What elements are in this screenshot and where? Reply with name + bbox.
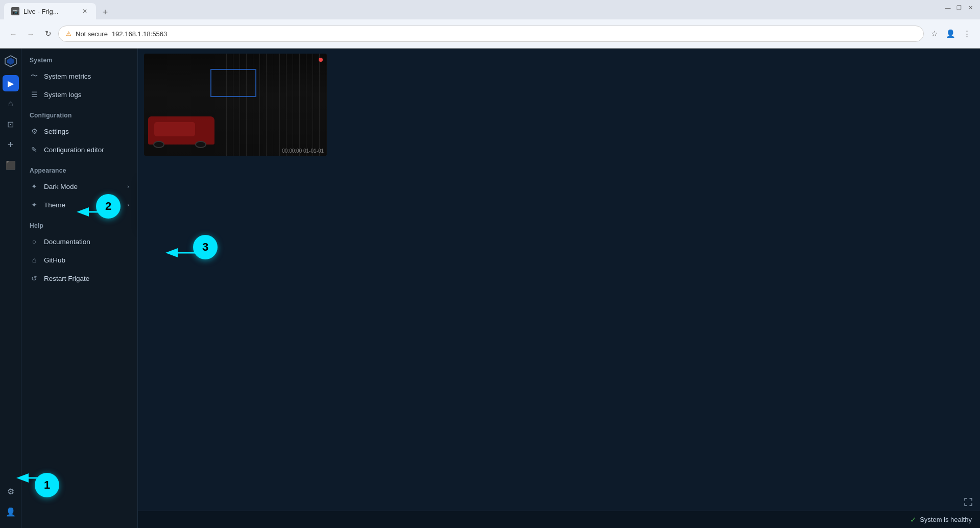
camera-timestamp: 00:00:00 01-01-01: [282, 148, 324, 154]
status-bar: ✓ System is healthy: [138, 511, 980, 528]
logs-label: System logs: [44, 91, 82, 99]
theme-arrow: ›: [127, 202, 129, 208]
camera-thumbnail: 00:00:00 01-01-01: [144, 54, 327, 156]
sidebar-icon-camera[interactable]: ▶: [3, 75, 19, 91]
settings-label: Settings: [44, 128, 69, 135]
new-tab-button[interactable]: +: [98, 5, 112, 19]
config-editor-label: Configuration editor: [44, 146, 104, 154]
menu-item-settings[interactable]: ⚙ Settings: [21, 122, 137, 140]
theme-icon: ✦: [30, 200, 39, 209]
menu-item-system-logs[interactable]: ☰ System logs: [21, 85, 137, 104]
menu-item-restart[interactable]: ↺ Restart Frigate: [21, 269, 137, 287]
back-button[interactable]: ←: [6, 27, 20, 41]
menu-item-dark-mode[interactable]: ✦ Dark Mode › Light 🌙 Dark System: [21, 177, 137, 196]
sidebar-icon-add[interactable]: +: [3, 136, 19, 153]
system-section-title: System: [21, 49, 137, 67]
recording-dot: [319, 58, 323, 62]
metrics-label: System metrics: [44, 73, 91, 80]
add-symbol: +: [8, 139, 14, 151]
snapshots-symbol: ⊡: [7, 119, 14, 129]
annotation-badge-2: 2: [96, 194, 121, 219]
tab-bar: 📷 Live - Frig... ✕ +: [0, 0, 980, 19]
tab-close-button[interactable]: ✕: [81, 7, 89, 15]
user-symbol: 👤: [6, 507, 16, 517]
sidebar-bottom: ⚙ 👤: [3, 483, 19, 523]
healthy-text: System is healthy: [920, 516, 972, 523]
annotation-badge-3: 3: [193, 235, 218, 259]
metrics-icon: 〜: [30, 71, 39, 81]
docs-icon: ○: [30, 237, 39, 246]
menu-button[interactable]: ⋮: [960, 27, 974, 41]
export-symbol: ⬛: [6, 160, 16, 170]
url-display: 192.168.1.18:5563: [112, 30, 167, 38]
active-tab[interactable]: 📷 Live - Frig... ✕: [4, 3, 96, 19]
minimize-button[interactable]: —: [944, 4, 951, 11]
close-button[interactable]: ✕: [967, 4, 974, 11]
github-label: GitHub: [44, 256, 65, 264]
profile-button[interactable]: 👤: [943, 27, 958, 41]
theme-label: Theme: [44, 201, 65, 209]
config-editor-icon: ✎: [30, 145, 39, 154]
annotation-badge-1: 1: [35, 473, 59, 497]
forward-button[interactable]: →: [23, 27, 38, 41]
settings-symbol: ⚙: [7, 487, 14, 496]
address-bar[interactable]: ⚠ Not secure 192.168.1.18:5563: [58, 26, 924, 42]
sidebar-menu: System 〜 System metrics ☰ System logs Co…: [21, 49, 138, 528]
github-icon: ⌂: [30, 255, 39, 265]
sidebar-icon-home[interactable]: ⌂: [3, 95, 19, 112]
sidebar-icon-user[interactable]: 👤: [3, 503, 19, 520]
bookmark-button[interactable]: ☆: [927, 27, 941, 41]
appearance-section-title: Appearance: [21, 159, 137, 177]
nav-bar: ← → ↻ ⚠ Not secure 192.168.1.18:5563 ☆ 👤…: [0, 19, 980, 49]
tab-title: Live - Frig...: [23, 8, 59, 15]
fullscreen-button[interactable]: [963, 496, 974, 508]
menu-item-documentation[interactable]: ○ Documentation: [21, 232, 137, 251]
sidebar-icon-settings[interactable]: ⚙: [3, 483, 19, 499]
dark-mode-arrow: ›: [127, 183, 129, 189]
browser-chrome: — ❐ ✕ 📷 Live - Frig... ✕ + ← → ↻ ⚠ Not s…: [0, 0, 980, 49]
menu-item-config-editor[interactable]: ✎ Configuration editor: [21, 140, 137, 159]
restart-label: Restart Frigate: [44, 275, 89, 282]
home-symbol: ⌂: [8, 99, 13, 108]
logo-icon: [4, 55, 17, 68]
icon-sidebar: ▶ ⌂ ⊡ + ⬛ ⚙ 👤: [0, 49, 21, 528]
restart-icon: ↺: [30, 274, 39, 283]
dark-mode-icon: ✦: [30, 182, 39, 191]
logs-icon: ☰: [30, 90, 39, 99]
settings-menu-icon: ⚙: [30, 127, 39, 136]
checkmark-icon: ✓: [910, 515, 917, 524]
fullscreen-icon: [964, 497, 973, 507]
menu-item-github[interactable]: ⌂ GitHub: [21, 251, 137, 269]
camera-symbol: ▶: [8, 79, 14, 88]
window-buttons: — ❐ ✕: [944, 4, 974, 11]
help-section-title: Help: [21, 214, 137, 232]
app-logo: [3, 54, 18, 69]
browser-right-buttons: ☆ 👤 ⋮: [927, 27, 974, 41]
main-content: 00:00:00 01-01-01 ✓ System is healthy: [138, 49, 980, 528]
app-container: ▶ ⌂ ⊡ + ⬛ ⚙ 👤 System 〜 System metrics: [0, 49, 980, 528]
dark-mode-label: Dark Mode: [44, 183, 78, 190]
config-section-title: Configuration: [21, 104, 137, 122]
security-label: Not secure: [76, 30, 108, 38]
security-icon: ⚠: [66, 30, 71, 37]
sidebar-icon-export[interactable]: ⬛: [3, 157, 19, 173]
menu-item-system-metrics[interactable]: 〜 System metrics: [21, 67, 137, 85]
restore-button[interactable]: ❐: [955, 4, 963, 11]
docs-label: Documentation: [44, 238, 90, 246]
camera-feed: 00:00:00 01-01-01: [144, 54, 327, 156]
sidebar-icon-snapshots[interactable]: ⊡: [3, 116, 19, 132]
reload-button[interactable]: ↻: [41, 27, 55, 41]
system-health-status: ✓ System is healthy: [910, 515, 972, 524]
tab-favicon: 📷: [11, 7, 19, 15]
